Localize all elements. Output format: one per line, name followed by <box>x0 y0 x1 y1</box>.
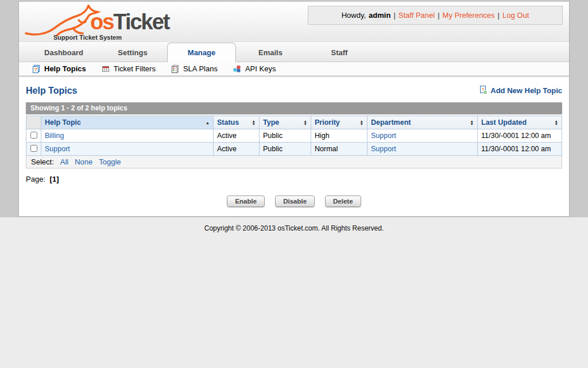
column-label: Priority <box>315 118 340 126</box>
column-header-department[interactable]: Department▲▼ <box>368 116 478 129</box>
logo-tagline: Support Ticket System <box>53 34 122 41</box>
subnav-item-help-topics[interactable]: ? Help Topics <box>32 64 86 74</box>
cell-last-updated: 11/30/-0001 12:00 am <box>478 143 562 156</box>
pagination: Page: [1] <box>26 175 562 183</box>
header: osTicket Support Ticket System Howdy, ad… <box>19 2 569 42</box>
cell-status: Active <box>214 143 260 156</box>
logo-os-text: os <box>90 10 113 34</box>
subnav-item-sla-plans[interactable]: SLA Plans <box>171 64 218 74</box>
api-keys-icon <box>233 64 242 74</box>
column-header-help-topic[interactable]: Help Topic▲ <box>41 116 214 129</box>
greeting-divider: | <box>438 11 439 20</box>
subnav-label: SLA Plans <box>183 64 218 73</box>
greeting-divider: | <box>498 11 500 20</box>
delete-button[interactable]: Delete <box>325 195 361 207</box>
action-buttons-row: Enable Disable Delete <box>26 195 562 207</box>
column-header-status[interactable]: Status▲▼ <box>214 116 260 129</box>
page-title: Help Topics <box>26 86 78 96</box>
select-none-link[interactable]: None <box>75 158 92 166</box>
table-row: Support Active Public Normal Support 11/… <box>26 143 562 156</box>
tab-manage[interactable]: Manage <box>167 43 236 62</box>
sort-both-icon: ▲▼ <box>555 120 558 125</box>
svg-text:?: ? <box>34 67 37 72</box>
cell-status: Active <box>214 129 260 143</box>
greeting-bar: Howdy, admin | Staff Panel | My Preferen… <box>308 6 563 25</box>
subnav-label: Help Topics <box>44 64 86 73</box>
cell-priority: Normal <box>311 143 368 156</box>
content-box: osTicket Support Ticket System Howdy, ad… <box>18 1 570 217</box>
row-checkbox[interactable] <box>30 132 37 139</box>
table-row: Billing Active Public High Support 11/30… <box>26 129 562 143</box>
sort-both-icon: ▲▼ <box>470 120 474 125</box>
sort-both-icon: ▲▼ <box>304 120 307 125</box>
tab-settings[interactable]: Settings <box>98 43 167 62</box>
copyright-footer: Copyright © 2006-2013 osTicket.com. All … <box>0 224 588 232</box>
cell-last-updated: 11/30/-0001 12:00 am <box>478 129 562 143</box>
department-link[interactable]: Support <box>371 132 396 140</box>
greeting-divider: | <box>393 11 395 20</box>
ticket-filters-icon <box>101 64 110 74</box>
greeting-username: admin <box>369 11 390 20</box>
row-checkbox-cell <box>26 143 41 156</box>
logo-ticket-text: Ticket <box>113 10 169 34</box>
sort-asc-icon: ▲ <box>206 121 210 125</box>
subnav-label: API Keys <box>245 64 276 73</box>
help-topic-link[interactable]: Billing <box>45 132 64 140</box>
column-header-priority[interactable]: Priority▲▼ <box>311 116 368 129</box>
current-page-number[interactable]: [1] <box>50 175 59 183</box>
osticket-logo: osTicket Support Ticket System <box>22 2 212 42</box>
header-checkbox-column <box>26 116 41 129</box>
help-topics-table: Help Topic▲ Status▲▼ Type▲▼ Priority▲▼ D… <box>26 116 562 156</box>
tab-staff[interactable]: Staff <box>305 43 374 62</box>
cell-priority: High <box>311 129 368 143</box>
enable-button[interactable]: Enable <box>227 195 265 207</box>
select-toggle-link[interactable]: Toggle <box>99 158 121 166</box>
title-row: Help Topics ? Add New Help Topic <box>26 85 562 96</box>
select-label: Select: <box>31 158 54 166</box>
sla-plans-icon <box>171 64 180 74</box>
column-header-last-updated[interactable]: Last Updated▲▼ <box>478 116 562 129</box>
subnav-item-ticket-filters[interactable]: Ticket Filters <box>101 64 156 74</box>
log-out-link[interactable]: Log Out <box>502 11 529 20</box>
select-all-link[interactable]: All <box>60 158 68 166</box>
subnav-label: Ticket Filters <box>114 64 156 73</box>
add-help-topic-icon: ? <box>478 85 488 96</box>
tab-dashboard[interactable]: Dashboard <box>29 43 98 62</box>
sort-both-icon: ▲▼ <box>360 120 363 125</box>
cell-help-topic: Support <box>41 143 214 156</box>
page-label: Page: <box>26 175 45 183</box>
sort-both-icon: ▲▼ <box>252 120 256 125</box>
cell-type: Public <box>260 129 311 143</box>
add-new-help-topic-button[interactable]: ? Add New Help Topic <box>478 85 562 96</box>
column-label: Help Topic <box>45 118 81 126</box>
greeting-howdy: Howdy, <box>342 11 366 20</box>
department-link[interactable]: Support <box>371 145 396 153</box>
column-label: Status <box>217 118 239 126</box>
logo-wordmark: osTicket <box>90 11 169 33</box>
cell-department: Support <box>368 143 478 156</box>
disable-button[interactable]: Disable <box>275 195 315 207</box>
row-checkbox[interactable] <box>30 145 37 152</box>
cell-type: Public <box>260 143 311 156</box>
column-label: Type <box>263 118 279 126</box>
showing-count-bar: Showing 1 - 2 of 2 help topics <box>26 102 562 114</box>
my-preferences-link[interactable]: My Preferences <box>443 11 495 20</box>
staff-panel-link[interactable]: Staff Panel <box>399 11 435 20</box>
main-nav-tabs: Dashboard Settings Manage Emails Staff <box>19 42 569 62</box>
table-header-row: Help Topic▲ Status▲▼ Type▲▼ Priority▲▼ D… <box>26 116 562 129</box>
select-bar: Select: All None Toggle <box>26 156 562 168</box>
column-header-type[interactable]: Type▲▼ <box>260 116 311 129</box>
manage-subnav: ? Help Topics Ticket Filters <box>19 62 569 77</box>
column-label: Department <box>371 118 411 126</box>
row-checkbox-cell <box>26 129 41 143</box>
subnav-item-api-keys[interactable]: API Keys <box>233 64 276 74</box>
cell-department: Support <box>368 129 478 143</box>
add-link-label: Add New Help Topic <box>490 86 562 95</box>
help-topics-icon: ? <box>32 64 41 74</box>
cell-help-topic: Billing <box>41 129 214 143</box>
main-content: Help Topics ? Add New Help Topic Showing… <box>19 77 569 207</box>
tab-emails[interactable]: Emails <box>236 43 305 62</box>
column-label: Last Updated <box>481 118 527 126</box>
help-topic-link[interactable]: Support <box>45 145 70 153</box>
